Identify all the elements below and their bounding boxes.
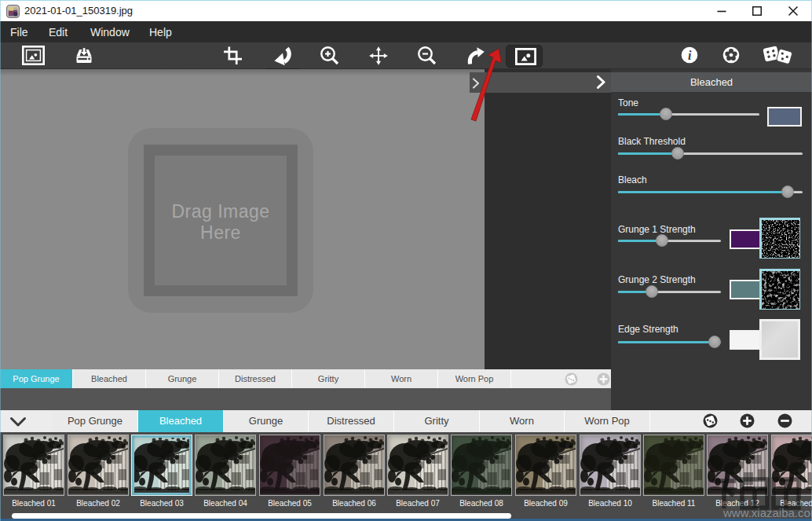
svg-text:i: i [688, 49, 692, 62]
